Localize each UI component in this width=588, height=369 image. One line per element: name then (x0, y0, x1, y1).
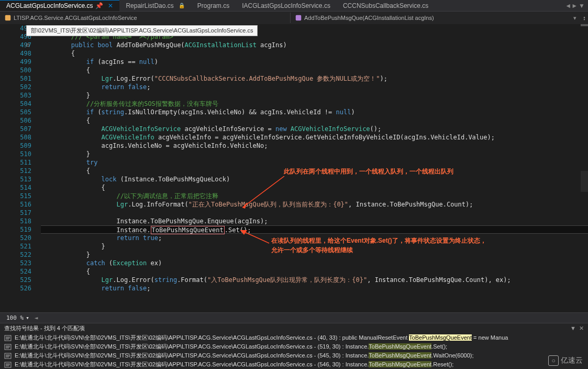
line-number: 513 (0, 175, 31, 183)
result-row[interactable]: E:\航通北斗\北斗代码\SVN\全部\02VMS_ITS\开发区\02编码\A… (0, 351, 588, 360)
close-icon[interactable]: ✕ (108, 2, 113, 9)
code-line[interactable]: { (41, 49, 588, 58)
code-line[interactable]: if (acgIns == null) (41, 58, 588, 66)
line-gutter: 495496497⊟498499500501502503504505506507… (0, 24, 41, 312)
tab-program[interactable]: Program.cs (191, 0, 236, 11)
tab-iacglastgps[interactable]: IACGLastGpsLocInfoService.cs (236, 0, 337, 11)
arrow-2 (238, 227, 274, 248)
tab-label: CCCNSubsCallbackService.cs (343, 2, 428, 9)
code-line[interactable]: Lgr.Log.InfoFormat("正在入ToBePushMsgQue队列，… (41, 200, 588, 209)
line-number: 523 (0, 259, 31, 267)
results-title: 查找符号结果 - 找到 4 个匹配项 (4, 324, 85, 332)
tab-label: ACGLastGpsLocInfoService.cs (6, 2, 93, 9)
editor-status-bar: 100 % ▾ ◄ (0, 312, 588, 323)
result-text: E:\航通北斗\北斗代码\SVN\全部\02VMS_ITS\开发区\02编码\A… (15, 343, 447, 351)
watermark: ○ 亿速云 (548, 355, 583, 366)
line-number: 501 (0, 74, 31, 83)
tab-active-file[interactable]: ACGLastGpsLocInfoService.cs 📌 ✕ (0, 0, 119, 11)
prev-tab-icon[interactable]: ◄► (565, 2, 578, 9)
code-line[interactable]: ACGVehicleInfoService acgVehicleInfoServ… (41, 125, 588, 133)
result-text: E:\航通北斗\北斗代码\SVN\全部\02VMS_ITS\开发区\02编码\A… (15, 361, 453, 368)
chevron-down-icon[interactable]: ▾ (573, 15, 576, 21)
code-line[interactable]: //以下为调试信息，正常后把它注释 (41, 192, 588, 200)
code-line[interactable]: try (41, 158, 588, 167)
tab-cccnsubs[interactable]: CCCNSubsCallbackService.cs (337, 0, 435, 11)
split-icon[interactable]: ↕ (581, 15, 588, 21)
svg-rect-1 (296, 15, 302, 21)
watermark-text: 亿速云 (561, 356, 583, 365)
result-row[interactable]: E:\航通北斗\北斗代码\SVN\全部\02VMS_ITS\开发区\02编码\A… (0, 360, 588, 369)
result-row[interactable]: E:\航通北斗\北斗代码\SVN\全部\02VMS_ITS\开发区\02编码\A… (0, 333, 588, 342)
result-row[interactable]: E:\航通北斗\北斗代码\SVN\全部\02VMS_ITS\开发区\02编码\A… (0, 342, 588, 351)
tab-label: Program.cs (197, 2, 229, 9)
zoom-dropdown[interactable]: 100 % ▾ (4, 314, 31, 322)
arrow-1 (240, 176, 287, 213)
breadcrumb-class-label: LTISP.ACG.Service.ACGLastGpsLocInfoServi… (14, 15, 137, 21)
line-number: 497⊟ (0, 41, 31, 49)
fold-icon[interactable]: ⊟ (26, 41, 29, 49)
line-number: 508 (0, 133, 31, 142)
breadcrumb-class[interactable]: LTISP.ACG.Service.ACGLastGpsLocInfoServi… (0, 13, 291, 23)
code-line[interactable] (41, 209, 588, 217)
breadcrumb: LTISP.ACG.Service.ACGLastGpsLocInfoServi… (0, 12, 588, 24)
lock-icon: 🔒 (179, 3, 185, 8)
scroll-arrows[interactable]: ◄ (35, 314, 38, 321)
results-header: 查找符号结果 - 找到 4 个匹配项 ▼ ✕ (0, 323, 588, 333)
code-line[interactable]: { (41, 116, 588, 125)
line-number: 509 (0, 142, 31, 150)
code-line[interactable]: { (41, 267, 588, 276)
code-line[interactable]: return false; (41, 83, 588, 91)
line-number: 516 (0, 200, 31, 209)
line-number: 511 (0, 158, 31, 167)
breadcrumb-method[interactable]: AddToBePushMsgQue(ACGInstallationList ac… (291, 13, 581, 23)
code-line[interactable]: Instance.ToBePushMsgQue.Enqueue(acgIns); (41, 217, 588, 225)
code-line[interactable]: public bool AddToBePushMsgQue(ACGInstall… (41, 41, 588, 49)
dropdown-icon[interactable]: ▼ (570, 325, 576, 332)
svg-marker-3 (242, 202, 247, 209)
code-line[interactable]: { (41, 183, 588, 192)
close-icon[interactable]: ✕ (579, 325, 584, 332)
tab-repairlistdao[interactable]: RepairListDao.cs 🔒 (119, 0, 191, 11)
code-line[interactable]: } (41, 150, 588, 158)
line-number: 507 (0, 125, 31, 133)
line-number: 512 (0, 167, 31, 175)
code-line[interactable]: Instance.ToBePushMsgQueEvent.Set(); (41, 225, 588, 234)
result-text: E:\航通北斗\北斗代码\SVN\全部\02VMS_ITS\开发区\02编码\A… (15, 352, 473, 360)
tab-label: IACGLastGpsLocInfoService.cs (242, 2, 330, 9)
code-area[interactable]: 此队列在两个线程中用到，一个线程入队列，一个线程出队列 在读队列的线程里，给这个… (41, 24, 588, 312)
pin-icon[interactable]: 📌 (95, 2, 103, 9)
file-icon (4, 353, 12, 359)
code-line[interactable]: catch (Exception ex) (41, 259, 588, 267)
result-text: E:\航通北斗\北斗代码\SVN\全部\02VMS_ITS\开发区\02编码\A… (15, 334, 508, 342)
annotation-2: 在读队列的线程里，给这个Event对象.Set()了，将事件状态设置为终止状态，… (271, 236, 491, 255)
code-line[interactable]: //分析服务传过来的SOS报警数据，没有车牌号 (41, 100, 588, 108)
line-number: 498 (0, 49, 31, 58)
line-number: 525 (0, 276, 31, 284)
zoom-value: 100 % (6, 314, 24, 321)
code-line[interactable]: lock (Instance.ToBePushMsgQueLock) (41, 175, 588, 183)
breadcrumb-method-label: AddToBePushMsgQue(ACGInstallationList ac… (304, 15, 434, 21)
code-line[interactable]: return false; (41, 284, 588, 292)
code-line[interactable]: Lgr.Log.Error("CCCNSubsCallbackService.A… (41, 74, 588, 83)
class-icon (4, 14, 12, 21)
code-line[interactable]: ACGVehicleInfo acgVehicleInfo = acgVehic… (41, 133, 588, 142)
svg-rect-0 (5, 15, 11, 21)
code-line[interactable]: Lgr.Log.Error(string.Format("入ToBePushMs… (41, 276, 588, 284)
code-line[interactable]: } (41, 91, 588, 100)
annotation-1: 此队列在两个线程中用到，一个线程入队列，一个线程出队列 (284, 167, 504, 176)
line-number: 514 (0, 183, 31, 192)
line-number: 521 (0, 242, 31, 251)
code-line[interactable]: if (string.IsNullOrEmpty(acgIns.VehicleN… (41, 108, 588, 116)
code-line[interactable]: acgIns.VehicleNo = acgVehicleInfo.Vehicl… (41, 142, 588, 150)
arrow-left-icon[interactable]: ◄ (35, 314, 38, 321)
line-number: 510 (0, 150, 31, 158)
line-number: 515 (0, 192, 31, 200)
chevron-down-icon: ▾ (26, 314, 29, 321)
code-editor[interactable]: 495496497⊟498499500501502503504505506507… (0, 24, 588, 312)
line-number: 524 (0, 267, 31, 276)
code-line[interactable]: { (41, 66, 588, 74)
tab-nav-arrows[interactable]: ◄► ▼ (562, 2, 588, 9)
line-number: 504 (0, 100, 31, 108)
line-number: 518 (0, 217, 31, 225)
dropdown-icon[interactable]: ▼ (579, 2, 585, 9)
